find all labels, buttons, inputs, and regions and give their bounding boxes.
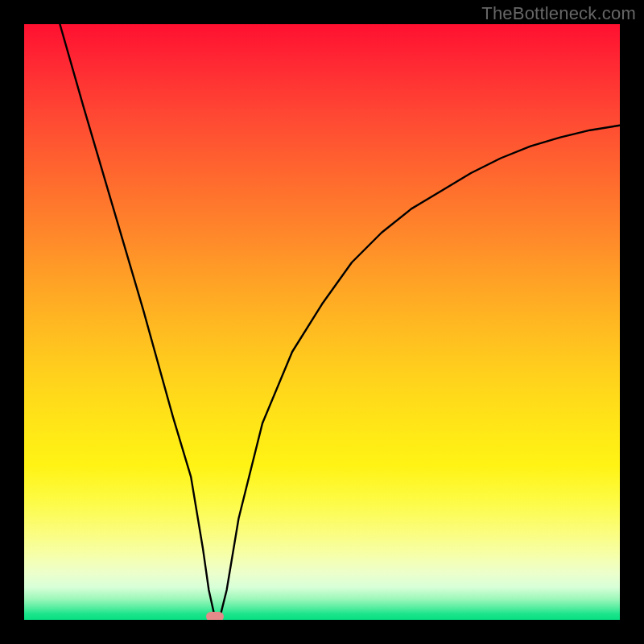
watermark-text: TheBottleneck.com — [481, 3, 636, 24]
bottleneck-curve — [24, 24, 620, 620]
optimal-point-marker — [206, 612, 224, 620]
plot-area — [24, 24, 620, 620]
chart-frame: TheBottleneck.com — [0, 0, 644, 644]
